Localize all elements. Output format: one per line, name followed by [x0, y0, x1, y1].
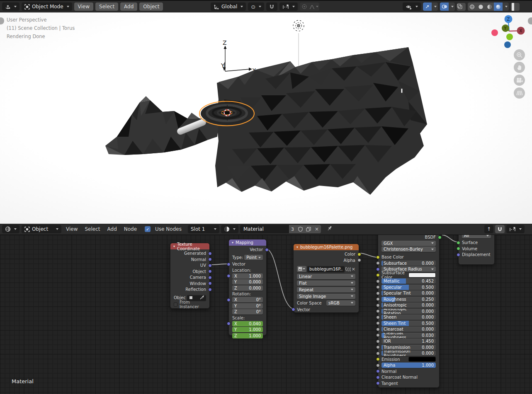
- editor-type-shader-button[interactable]: [2, 225, 19, 233]
- socket-anisotropic[interactable]: [376, 303, 380, 307]
- mode-dropdown[interactable]: Object Mode: [22, 2, 72, 11]
- socket-metallic[interactable]: [376, 279, 380, 283]
- navigation-gizmo[interactable]: Z Y X: [491, 15, 525, 48]
- menu-add[interactable]: Add: [105, 226, 119, 232]
- material-browse-dropdown[interactable]: [221, 225, 238, 233]
- socket-displacement[interactable]: [457, 253, 460, 256]
- menu-node[interactable]: Node: [121, 226, 139, 232]
- subsurface-color-swatch[interactable]: [408, 273, 436, 278]
- node-editor-canvas[interactable]: ▾ Texture Coordinate Generated Normal UV…: [0, 235, 532, 394]
- scene-canvas[interactable]: Z X Y: [0, 12, 532, 224]
- socket-anisotropic-rotation[interactable]: [376, 309, 380, 313]
- socket-subsurface-radius[interactable]: [376, 267, 380, 271]
- location-z-field[interactable]: Z0.000: [232, 285, 263, 291]
- node-header[interactable]: ▾ bubblegum16Palette.png: [294, 244, 359, 250]
- viewport-3d[interactable]: User Perspective (11) Scene Collection |…: [0, 12, 532, 224]
- image-browse-dropdown[interactable]: [297, 266, 306, 272]
- gizmo-dropdown[interactable]: [432, 2, 438, 11]
- socket-transmission[interactable]: [376, 346, 380, 349]
- gizmo-z-neg-axis[interactable]: [504, 41, 511, 48]
- unlink-material-button[interactable]: ×: [313, 225, 321, 233]
- toggle-ortho-button[interactable]: [514, 87, 525, 99]
- gizmo-y-neg-axis[interactable]: [506, 34, 513, 40]
- menu-view[interactable]: View: [74, 2, 93, 11]
- socket-normal[interactable]: [208, 258, 212, 261]
- sheen-tint-slider[interactable]: Sheen Tint0.500: [381, 321, 436, 326]
- material-slot-dropdown[interactable]: Slot 1: [188, 225, 219, 233]
- anisotropic-rotation-slider[interactable]: Anisotropic Rotation0.000: [381, 309, 436, 314]
- use-nodes-checkbox[interactable]: ✓: [145, 226, 151, 232]
- unlink-image-button[interactable]: ×: [352, 266, 355, 272]
- node-mapping[interactable]: ▾ Mapping Vector Type: Point Vector Loca…: [228, 239, 267, 336]
- go-to-parent-node-tree-button[interactable]: ↑: [484, 225, 493, 233]
- node-snap-toggle[interactable]: [495, 225, 505, 233]
- shading-solid-button[interactable]: [476, 2, 485, 11]
- socket-color[interactable]: [357, 252, 361, 256]
- pin-button[interactable]: [327, 225, 333, 233]
- new-material-button[interactable]: [304, 225, 313, 233]
- socket-alpha-in[interactable]: [376, 363, 380, 367]
- scale-x-field[interactable]: X0.040: [232, 321, 263, 326]
- ior-field[interactable]: IOR1.450: [381, 338, 436, 344]
- socket-tangent[interactable]: [376, 382, 380, 385]
- pause-render-button[interactable]: [511, 3, 520, 11]
- empty-axes-object[interactable]: Z X Y: [221, 39, 256, 74]
- shading-wireframe-button[interactable]: [468, 2, 476, 11]
- material-users-count[interactable]: 3: [289, 225, 296, 233]
- extension-dropdown[interactable]: Repeat: [297, 287, 355, 292]
- fake-user-shield-button[interactable]: [296, 225, 304, 233]
- image-name-field[interactable]: bubblegum16P..: [307, 266, 345, 272]
- color-space-dropdown[interactable]: sRGB: [326, 300, 355, 306]
- location-x-field[interactable]: X1.000: [232, 273, 263, 279]
- show-gizmo-toggle[interactable]: ↗: [423, 2, 432, 11]
- menu-select[interactable]: Select: [82, 226, 102, 232]
- collapse-icon[interactable]: ▾: [296, 245, 298, 249]
- socket-subsurface[interactable]: [376, 261, 380, 265]
- socket-transmission-roughness[interactable]: [376, 351, 380, 355]
- sidebar-expand-tab[interactable]: [528, 17, 532, 24]
- socket-base-color[interactable]: [376, 255, 380, 259]
- duplicate-icon[interactable]: [347, 266, 349, 271]
- transmission-roughness-slider[interactable]: Transmission Roughness0.000: [381, 350, 436, 356]
- metallic-slider[interactable]: Metallic0.452: [381, 278, 436, 284]
- rotation-y-field[interactable]: Y0°: [232, 303, 263, 309]
- specular-slider[interactable]: Specular0.500: [381, 285, 436, 290]
- socket-sheen[interactable]: [376, 315, 380, 319]
- distribution-dropdown[interactable]: GGX: [381, 241, 436, 246]
- transform-orientation-dropdown[interactable]: Global: [211, 2, 246, 11]
- socket-generated[interactable]: [208, 251, 212, 255]
- node-material-output[interactable]: All Surface Volume Displacement: [458, 235, 495, 265]
- subsurface-slider[interactable]: Subsurface0.000: [381, 261, 436, 266]
- socket-volume[interactable]: [457, 247, 460, 251]
- terrain-mesh[interactable]: [105, 47, 427, 195]
- rotation-z-field[interactable]: Z0°: [232, 309, 263, 314]
- node-image-texture[interactable]: ▾ bubblegum16Palette.png Color Alpha bub…: [293, 244, 359, 313]
- rotation-x-field[interactable]: X0°: [232, 297, 263, 302]
- socket-bsdf-out[interactable]: [438, 235, 442, 239]
- interpolation-dropdown[interactable]: Linear: [297, 274, 355, 279]
- roughness-slider[interactable]: Roughness0.250: [381, 297, 436, 302]
- gizmo-x-neg-axis[interactable]: [491, 29, 498, 36]
- socket-specular-tint[interactable]: [376, 291, 380, 295]
- subsurface-method-dropdown[interactable]: Christensen-Burley: [381, 247, 436, 252]
- socket-surface[interactable]: [457, 241, 460, 244]
- shield-icon[interactable]: [345, 266, 347, 272]
- socket-window[interactable]: [208, 282, 212, 285]
- socket-ior[interactable]: [376, 339, 380, 343]
- object-visibility-dropdown[interactable]: [403, 2, 421, 11]
- node-texture-coordinate[interactable]: ▾ Texture Coordinate Generated Normal UV…: [170, 243, 210, 309]
- from-instancer-checkbox[interactable]: [174, 302, 177, 307]
- socket-emission[interactable]: [376, 358, 380, 361]
- snap-toggle-button[interactable]: [266, 2, 277, 11]
- socket-reflection[interactable]: [208, 288, 212, 291]
- zoom-button[interactable]: [514, 49, 525, 60]
- socket-location[interactable]: [227, 274, 231, 278]
- socket-object[interactable]: [208, 270, 212, 273]
- target-dropdown[interactable]: All: [462, 235, 491, 238]
- node-header[interactable]: ▾ Texture Coordinate: [170, 243, 209, 249]
- type-dropdown[interactable]: Point: [244, 255, 263, 260]
- overlays-dropdown[interactable]: [449, 2, 455, 11]
- sheen-slider[interactable]: Sheen0.000: [381, 314, 436, 320]
- torus-object[interactable]: [199, 102, 254, 126]
- socket-vector-out[interactable]: [265, 248, 269, 251]
